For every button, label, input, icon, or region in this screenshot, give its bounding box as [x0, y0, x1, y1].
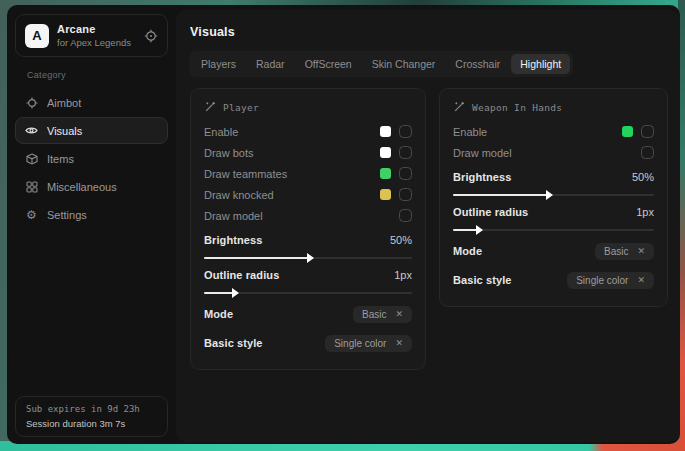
color-swatch[interactable] [380, 126, 391, 137]
mode-chip[interactable]: Basic ✕ [353, 306, 412, 323]
wand-icon [453, 101, 465, 113]
slider-thumb[interactable] [307, 253, 314, 263]
sidebar-item-label: Miscellaneous [47, 181, 117, 193]
tab-players[interactable]: Players [192, 54, 245, 74]
chip-value: Single color [576, 275, 628, 286]
panel-player: Player Enable Draw bots [190, 88, 426, 370]
color-swatch[interactable] [380, 189, 391, 200]
color-swatch[interactable] [622, 126, 633, 137]
tab-offscreen[interactable]: OffScreen [296, 54, 361, 74]
sidebar-item-aimbot[interactable]: Aimbot [15, 89, 168, 116]
sidebar-item-visuals[interactable]: Visuals [15, 117, 168, 144]
sidebar-item-settings[interactable]: ⚙ Settings [15, 201, 168, 228]
sidebar-nav: Aimbot Visuals [13, 88, 170, 229]
sidebar-item-label: Visuals [47, 125, 82, 137]
eye-icon [25, 124, 38, 137]
panel-title: Weapon In Hands [472, 102, 562, 113]
tab-radar[interactable]: Radar [247, 54, 294, 74]
setting-row-draw-teammates: Draw teammates [204, 163, 412, 184]
checkbox[interactable] [641, 125, 654, 138]
sidebar-item-label: Items [47, 153, 74, 165]
app-header-card: A Arcane for Apex Legends [15, 14, 168, 57]
tab-highlight[interactable]: Highlight [511, 54, 570, 74]
mode-chip[interactable]: Basic ✕ [595, 243, 654, 260]
app-subtitle: for Apex Legends [57, 37, 136, 48]
setting-row-mode: Mode Basic ✕ [453, 238, 654, 264]
chip-value: Basic [362, 309, 386, 320]
scope-icon[interactable] [144, 29, 158, 43]
app-header-text: Arcane for Apex Legends [57, 23, 136, 48]
sidebar-item-miscellaneous[interactable]: Miscellaneous [15, 173, 168, 200]
grid-icon [25, 181, 38, 193]
slider-outline-radius: Outline radius 1px [453, 203, 654, 231]
color-swatch[interactable] [380, 147, 391, 158]
setting-row-draw-model: Draw model [204, 205, 412, 226]
main-content: Visuals Players Radar OffScreen Skin Cha… [176, 10, 680, 442]
subscription-card: Sub expires in 9d 23h Session duration 3… [15, 396, 168, 437]
slider-brightness: Brightness 50% [204, 231, 412, 259]
color-swatch[interactable] [380, 168, 391, 179]
setting-row-mode: Mode Basic ✕ [204, 301, 412, 327]
app-name: Arcane [57, 23, 136, 35]
basic-style-chip[interactable]: Single color ✕ [567, 272, 654, 289]
app-window: A Arcane for Apex Legends Category [7, 5, 680, 444]
checkbox[interactable] [399, 209, 412, 222]
setting-row-draw-model: Draw model [453, 142, 654, 163]
setting-row-enable: Enable [204, 121, 412, 142]
sub-expiry-text: Sub expires in 9d 23h [26, 404, 157, 414]
panels-area: Player Enable Draw bots [189, 88, 668, 370]
basic-style-chip[interactable]: Single color ✕ [325, 335, 412, 352]
sidebar-item-label: Aimbot [47, 97, 81, 109]
setting-row-draw-knocked: Draw knocked [204, 184, 412, 205]
remove-icon[interactable]: ✕ [395, 338, 403, 348]
package-icon [25, 153, 38, 165]
slider-outline-radius: Outline radius 1px [204, 266, 412, 294]
crosshair-icon [25, 97, 38, 109]
app-logo: A [25, 24, 49, 48]
chip-value: Single color [334, 338, 386, 349]
gear-icon: ⚙ [25, 208, 38, 222]
checkbox[interactable] [399, 188, 412, 201]
slider-value: 1px [394, 269, 412, 281]
tab-crosshair[interactable]: Crosshair [446, 54, 509, 74]
sidebar-spacer [13, 229, 170, 396]
category-label: Category [27, 70, 170, 80]
tab-bar: Players Radar OffScreen Skin Changer Cro… [189, 51, 573, 77]
sidebar-item-label: Settings [47, 209, 87, 221]
tab-skin-changer[interactable]: Skin Changer [363, 54, 445, 74]
remove-icon[interactable]: ✕ [395, 309, 403, 319]
panel-weapon-in-hands: Weapon In Hands Enable Draw model [439, 88, 668, 307]
slider-thumb[interactable] [546, 190, 553, 200]
panel-weapon-header: Weapon In Hands [453, 101, 654, 113]
remove-icon[interactable]: ✕ [637, 275, 645, 285]
slider-value: 1px [636, 206, 654, 218]
remove-icon[interactable]: ✕ [637, 246, 645, 256]
slider-thumb[interactable] [476, 225, 483, 235]
panel-player-header: Player [204, 101, 412, 113]
setting-row-enable: Enable [453, 121, 654, 142]
panel-title: Player [223, 102, 259, 113]
session-duration-text: Session duration 3m 7s [26, 418, 157, 429]
setting-row-basic-style: Basic style Single color ✕ [453, 267, 654, 293]
checkbox[interactable] [641, 146, 654, 159]
sidebar-item-items[interactable]: Items [15, 145, 168, 172]
slider-brightness: Brightness 50% [453, 168, 654, 196]
wand-icon [204, 101, 216, 113]
slider-value: 50% [390, 234, 412, 246]
setting-row-basic-style: Basic style Single color ✕ [204, 330, 412, 356]
slider-track[interactable] [204, 292, 412, 294]
slider-track[interactable] [453, 194, 654, 196]
slider-value: 50% [632, 171, 654, 183]
checkbox[interactable] [399, 125, 412, 138]
slider-thumb[interactable] [232, 288, 239, 298]
checkbox[interactable] [399, 146, 412, 159]
screen: A Arcane for Apex Legends Category [0, 0, 685, 451]
page-title: Visuals [190, 25, 668, 39]
slider-track[interactable] [204, 257, 412, 259]
chip-value: Basic [604, 246, 628, 257]
checkbox[interactable] [399, 167, 412, 180]
slider-track[interactable] [453, 229, 654, 231]
sidebar: A Arcane for Apex Legends Category [7, 5, 176, 444]
setting-row-draw-bots: Draw bots [204, 142, 412, 163]
